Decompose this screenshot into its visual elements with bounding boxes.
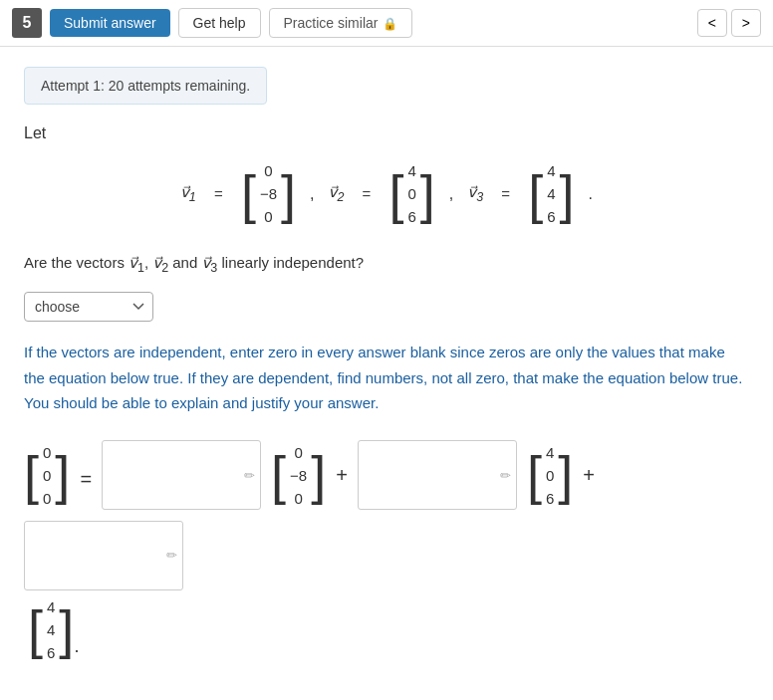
input2-wrapper: ✏ <box>358 440 517 510</box>
lock-icon <box>383 15 397 31</box>
input1-field[interactable] <box>102 440 261 510</box>
submit-answer-button[interactable]: Submit answer <box>50 9 170 37</box>
bottom-bracket-right: ] <box>59 602 74 656</box>
eq-v2-bracket-right: ] <box>558 448 573 502</box>
v3-bracket-left: [ <box>528 167 543 221</box>
comma1: , <box>310 185 314 203</box>
choose-dropdown-container: choose Yes No <box>24 292 749 322</box>
info-text: If the vectors are independent, enter ze… <box>24 340 749 416</box>
pencil-icon-2: ✏ <box>500 468 511 483</box>
question-number: 5 <box>12 8 42 38</box>
v2-values: 4 0 6 <box>403 158 419 229</box>
v2-matrix: [ 4 0 6 ] <box>388 158 434 229</box>
v2-bracket-right: ] <box>420 167 435 221</box>
input3-wrapper: ✏ <box>24 521 183 590</box>
eq-v2-matrix: [ 4 0 6 ] <box>527 440 573 511</box>
bottom-matrix-row: [ 4 4 6 ] . <box>28 594 749 665</box>
question-text: Are the vectors v⃗1, v⃗2 and v⃗3 linearl… <box>24 251 749 278</box>
v3-bracket-right: ] <box>560 167 575 221</box>
v3-matrix: [ 4 4 6 ] <box>528 158 574 229</box>
eq-v1-matrix: [ 0 −8 0 ] <box>271 440 326 511</box>
equals3: = <box>497 185 514 202</box>
nav-buttons: < > <box>697 9 761 37</box>
plus-sign-1: + <box>336 464 348 487</box>
eq-v2-values: 4 0 6 <box>542 440 558 511</box>
v1-values: 0 −8 0 <box>256 158 281 229</box>
choose-select[interactable]: choose Yes No <box>24 292 153 322</box>
v3-values: 4 4 6 <box>543 158 559 229</box>
eq-v1-bracket-right: ] <box>311 448 326 502</box>
v1-bracket-right: ] <box>281 167 296 221</box>
eq-v1-values: 0 −8 0 <box>286 440 311 511</box>
equals2: = <box>358 185 375 202</box>
v2-bracket-left: [ <box>388 167 403 221</box>
attempt-info: Attempt 1: 20 attempts remaining. <box>24 67 267 105</box>
input1-wrapper: ✏ <box>102 440 261 510</box>
equation-area: [ 0 0 0 ] = ✏ [ 0 −8 0 ] + <box>24 440 749 590</box>
pencil-icon-3: ✏ <box>166 548 177 563</box>
plus-sign-2: + <box>583 464 595 487</box>
period: . <box>589 185 593 203</box>
top-bar: 5 Submit answer Get help Practice simila… <box>0 0 773 47</box>
bottom-v3-values: 4 4 6 <box>43 594 59 665</box>
nav-next-button[interactable]: > <box>731 9 761 37</box>
lhs-bracket-right: ] <box>55 448 70 502</box>
vectors-display: v⃗1 = [ 0 −8 0 ] , v⃗2 = [ 4 0 6 ] <box>24 158 749 229</box>
nav-prev-button[interactable]: < <box>697 9 727 37</box>
input2-field[interactable] <box>358 440 517 510</box>
bottom-bracket-left: [ <box>28 602 43 656</box>
v2-label: v⃗2 <box>328 183 344 204</box>
comma2: , <box>449 185 453 203</box>
lhs-matrix: [ 0 0 0 ] <box>24 440 70 511</box>
eq-v1-bracket-left: [ <box>271 448 286 502</box>
get-help-button[interactable]: Get help <box>178 8 261 38</box>
v1-bracket-left: [ <box>241 167 256 221</box>
eq-v2-bracket-left: [ <box>527 448 542 502</box>
let-label: Let <box>24 124 749 142</box>
lhs-values: 0 0 0 <box>39 440 55 511</box>
lhs-bracket-left: [ <box>24 448 39 502</box>
final-period: . <box>74 636 79 657</box>
equals1: = <box>210 185 227 202</box>
practice-similar-label: Practice similar <box>284 15 379 31</box>
v1-label: v⃗1 <box>180 183 196 204</box>
practice-similar-button[interactable]: Practice similar <box>269 8 413 38</box>
v3-label: v⃗3 <box>467 183 483 204</box>
pencil-icon-1: ✏ <box>244 468 255 483</box>
v1-matrix: [ 0 −8 0 ] <box>241 158 296 229</box>
bottom-v3-matrix: [ 4 4 6 ] <box>28 594 74 665</box>
content-area: Attempt 1: 20 attempts remaining. Let v⃗… <box>0 47 773 685</box>
eq-equals: = <box>80 468 92 491</box>
input3-field[interactable] <box>24 521 183 590</box>
